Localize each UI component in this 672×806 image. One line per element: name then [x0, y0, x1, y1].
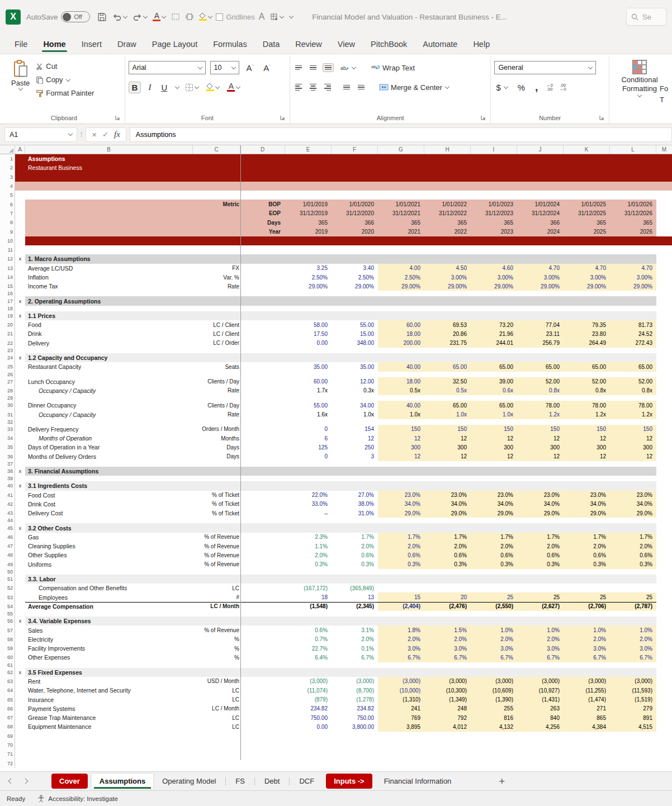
cell-A32[interactable]	[15, 419, 25, 425]
cell-G12[interactable]	[378, 254, 424, 263]
cell-K70[interactable]	[564, 741, 610, 750]
cell-J22[interactable]: 256.79	[517, 339, 564, 348]
cell-G56[interactable]	[378, 617, 424, 625]
cell-K12[interactable]	[564, 254, 610, 263]
cell-B11[interactable]	[25, 245, 193, 254]
cell-G55[interactable]	[378, 611, 424, 617]
cell-C67[interactable]: LC	[193, 713, 240, 722]
cell-M33[interactable]	[656, 425, 672, 434]
cell-I59[interactable]: 3.0%	[471, 644, 517, 653]
merge-dropdown-icon[interactable]	[445, 84, 449, 89]
row-number-27[interactable]: 27	[0, 377, 15, 386]
cell-G41[interactable]: 23.0%	[378, 491, 424, 500]
cell-H38[interactable]	[424, 467, 471, 476]
cell-G22[interactable]: 200.00	[378, 339, 424, 348]
cell-J32[interactable]	[517, 419, 564, 425]
cell-F72[interactable]	[332, 759, 378, 768]
cell-F31[interactable]: 1.0x	[332, 410, 378, 419]
cell-J17[interactable]	[517, 296, 564, 305]
cell-M43[interactable]	[656, 509, 672, 518]
column-header-F[interactable]: F	[332, 145, 378, 154]
cell-E33[interactable]: 0	[285, 425, 332, 434]
cell-I24[interactable]	[471, 353, 517, 362]
cell-G26[interactable]	[378, 372, 424, 377]
sheet-tab-assumptions[interactable]: Assumptions	[92, 774, 153, 789]
cell-L6[interactable]: 1/01/2026	[610, 200, 656, 208]
cell-B45[interactable]: 3.2 Other Costs	[25, 523, 193, 532]
cell-M15[interactable]	[656, 282, 672, 291]
cell-C45[interactable]	[193, 523, 240, 532]
currency-button[interactable]: $	[494, 82, 509, 93]
cell-F16[interactable]	[332, 291, 378, 296]
cell-F38[interactable]	[332, 467, 378, 476]
cell-J31[interactable]: 1.2x	[517, 410, 564, 419]
cell-K16[interactable]	[564, 291, 610, 296]
cell-M2[interactable]	[656, 163, 672, 172]
increase-indent-button[interactable]	[356, 83, 366, 92]
cell-E21[interactable]: 17.50	[285, 329, 332, 338]
cell-I33[interactable]: 150	[471, 425, 517, 434]
qat-overflow-icon[interactable]	[289, 14, 294, 18]
cell-M45[interactable]	[656, 523, 672, 532]
row-number-70[interactable]: 70	[0, 741, 15, 750]
row-number-13[interactable]: 13	[0, 264, 15, 273]
cell-C23[interactable]	[193, 348, 240, 353]
row-number-53[interactable]: 53	[0, 592, 15, 601]
merge-center-button[interactable]: Merge & Center	[377, 82, 451, 93]
cell-D52[interactable]	[240, 584, 285, 592]
cell-D62[interactable]	[240, 668, 285, 677]
row-number-30[interactable]: 30	[0, 401, 15, 410]
cell-M50[interactable]	[656, 569, 672, 575]
cell-M48[interactable]	[656, 551, 672, 560]
cell-I49[interactable]: 0.3%	[471, 560, 517, 569]
cell-F67[interactable]: 750.00	[332, 713, 378, 722]
cell-J13[interactable]: 4.70	[517, 264, 564, 273]
cell-A29[interactable]	[15, 395, 25, 401]
cell-E15[interactable]: 29.00%	[285, 282, 332, 291]
cell-J64[interactable]: (10,927)	[517, 686, 564, 695]
font-color-btn-dropdown-icon[interactable]	[236, 84, 240, 89]
cell-B62[interactable]: 3.5 Fixed Expenses	[25, 668, 193, 677]
cell-D54[interactable]	[240, 602, 285, 611]
cell-B69[interactable]	[25, 732, 193, 741]
cell-K58[interactable]: 2.0%	[564, 635, 610, 644]
cell-K43[interactable]: 29.0%	[564, 509, 610, 518]
cell-B30[interactable]: Dinner Occupancy	[25, 401, 193, 410]
cell-F43[interactable]: 31.0%	[332, 509, 378, 518]
cell-E31[interactable]: 1.6x	[285, 410, 332, 419]
cell-J9[interactable]: 2024	[517, 227, 564, 236]
cell-K53[interactable]: 25	[564, 592, 610, 601]
font-color-button[interactable]: A	[225, 82, 242, 93]
cell-G19[interactable]	[378, 311, 424, 320]
borders-button[interactable]	[183, 82, 200, 93]
cell-G5[interactable]	[378, 191, 424, 200]
cell-I42[interactable]: 34.0%	[471, 500, 517, 509]
row-number-28[interactable]: 28	[0, 386, 15, 395]
cell-M57[interactable]	[656, 625, 672, 634]
cell-A27[interactable]	[15, 377, 25, 386]
cell-H56[interactable]	[424, 617, 471, 625]
cell-H70[interactable]	[424, 741, 471, 750]
cell-I65[interactable]: (1,390)	[471, 695, 517, 704]
cell-H50[interactable]	[424, 569, 471, 575]
cell-M65[interactable]	[656, 695, 672, 704]
cell-C25[interactable]: Seats	[193, 362, 240, 371]
cell-D65[interactable]	[240, 695, 285, 704]
cell-C22[interactable]: LC / Order	[193, 339, 240, 348]
cell-D68[interactable]	[240, 722, 285, 731]
cell-J59[interactable]: 3.0%	[517, 644, 564, 653]
row-number-1[interactable]: 1	[0, 154, 15, 163]
cell-L45[interactable]	[610, 523, 656, 532]
row-number-17[interactable]: 17	[0, 296, 15, 305]
cell-A51[interactable]	[15, 575, 25, 584]
cell-J68[interactable]: 4,256	[517, 722, 564, 731]
cell-B58[interactable]: Electricity	[25, 635, 193, 644]
cell-E65[interactable]: (879)	[285, 695, 332, 704]
cell-M64[interactable]	[656, 686, 672, 695]
cell-D6[interactable]: BOP	[240, 200, 285, 208]
cell-G49[interactable]: 0.3%	[378, 560, 424, 569]
cell-B36[interactable]: Months of Delivery Orders	[25, 452, 193, 461]
cell-H65[interactable]: (1,349)	[424, 695, 471, 704]
cell-K5[interactable]	[564, 191, 610, 200]
cell-H22[interactable]: 231.75	[424, 339, 471, 348]
